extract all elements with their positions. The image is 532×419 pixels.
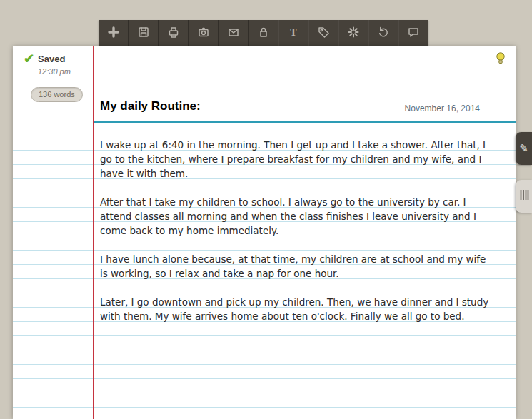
save-button[interactable] [129,20,159,46]
mail-icon [226,25,241,42]
undo-icon [376,25,391,42]
add-icon [106,25,121,42]
tag-icon [316,25,331,42]
camera-icon [196,25,211,42]
lock-icon [256,25,271,42]
loading-icon [346,25,361,42]
stripes-icon [519,188,529,204]
text-format-button[interactable]: T [278,20,308,46]
email-entry-button[interactable] [219,20,249,46]
note-paragraph: I have lunch alone because, at that time… [100,252,491,281]
note-header: My daily Routine: November 16, 2014 [100,99,480,113]
print-button[interactable] [159,20,189,46]
tag-button[interactable] [308,20,338,46]
hint-button[interactable] [494,51,507,66]
note-date: November 16, 2014 [405,104,480,113]
sync-button[interactable] [338,20,368,46]
toolbar: T [99,20,428,46]
red-margin-line [93,46,94,419]
paper-style-tab[interactable] [516,180,532,213]
note-paragraph: After that I take my children to school.… [100,195,491,238]
text-format-icon: T [286,25,301,42]
add-entry-button[interactable] [99,20,129,46]
comment-button[interactable] [398,20,428,46]
print-icon [166,25,181,42]
save-icon [136,25,151,42]
undo-button[interactable] [368,20,398,46]
note-paragraph: Later, I go downtown and pick up my chil… [100,295,491,323]
svg-text:T: T [290,27,297,38]
pencil-icon: ✎ [519,142,528,155]
note-title[interactable]: My daily Routine: [100,99,201,113]
word-count-badge: 136 words [31,87,83,102]
insert-photo-button[interactable] [189,20,219,46]
note-body[interactable]: I wake up at 6:40 in the morning. Then I… [100,122,491,338]
journal-page: ✔ Saved 12:30 pm 136 words My daily Rout… [13,46,516,419]
edit-tools-tab[interactable]: ✎ [516,132,532,165]
save-status: ✔ Saved 12:30 pm 136 words [24,52,91,102]
note-paragraph: I wake up at 6:40 in the morning. Then I… [100,138,491,181]
saved-label: Saved [38,54,65,64]
lock-entry-button[interactable] [249,20,278,46]
comment-icon [406,25,421,42]
check-icon: ✔ [24,52,34,65]
lightbulb-icon [494,56,507,69]
saved-time: 12:30 pm [38,67,91,76]
